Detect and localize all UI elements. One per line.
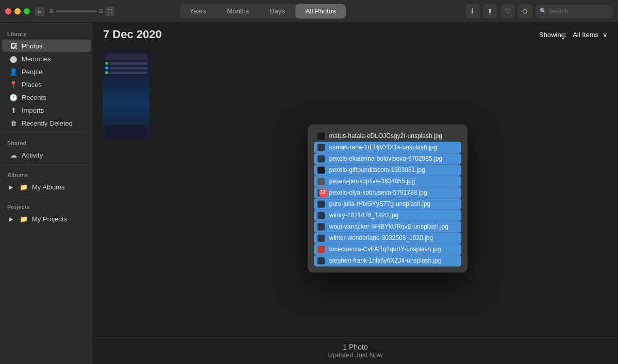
minimize-button[interactable] (14, 8, 21, 14)
tab-years[interactable]: Years (179, 4, 217, 19)
file-picker-item[interactable]: winter-wonderland-3032508_1920.jpg (314, 232, 461, 244)
file-picker-item[interactable]: osman-rana-1rERjVYfX1s-unsplash.jpg (314, 142, 461, 153)
phone-dot-green (105, 62, 108, 65)
showing-value: All Items (573, 31, 598, 39)
file-picker-item[interactable]: pexels-giftpunditscom-1303081.jpg (314, 164, 461, 176)
showing-dropdown[interactable]: Showing: All Items ∨ (539, 31, 608, 39)
file-picker-item[interactable]: pure-julia-tHlxGYyS77g-unsplash.jpg (314, 198, 461, 210)
file-icon (317, 200, 325, 208)
phone-list-item (105, 71, 147, 74)
info-button[interactable]: ℹ (465, 4, 480, 19)
file-icon-image (318, 246, 325, 253)
sidebar: Library 🖼 Photos ⬤ Memories 👤 People 📍 P… (0, 23, 93, 364)
window-controls: ⊟ (35, 7, 44, 16)
people-icon: 👤 (9, 67, 18, 76)
sidebar-item-label: Activity (22, 151, 43, 159)
tab-all-photos[interactable]: All Photos (295, 4, 346, 19)
close-button[interactable] (5, 8, 11, 14)
file-picker-item[interactable]: pexels-ekaterina-bolovtsova-5702985.jpg (314, 153, 461, 164)
phone-list-item (105, 66, 147, 70)
file-name: pexels-ekaterina-bolovtsova-5702985.jpg (329, 155, 442, 162)
file-icon (317, 143, 325, 151)
main-area: Library 🖼 Photos ⬤ Memories 👤 People 📍 P… (0, 23, 618, 364)
sidebar-item-label: People (22, 68, 42, 76)
content-area: 7 Dec 2020 Showing: All Items ∨ (93, 23, 618, 364)
sidebar-item-label: Places (22, 81, 42, 89)
title-bar: ⊟ ⊞ ⊟ ⛶ Years Months Days All Photos ℹ ⬆… (0, 0, 618, 23)
photo-thumbnail[interactable] (103, 49, 149, 140)
shared-section-label: Shared (0, 136, 93, 148)
content-date: 7 Dec 2020 (103, 28, 162, 41)
footer-status: 1 Photo Updated Just Now (93, 337, 618, 364)
badge: 12 (319, 188, 328, 197)
file-icon: 12 (317, 188, 325, 197)
fullscreen-button[interactable]: ⛶ (105, 7, 114, 16)
memories-icon: ⬤ (9, 55, 18, 63)
sidebar-toggle-button[interactable]: ⊟ (35, 7, 44, 16)
file-name: pure-julia-tHlxGYyS77g-unsplash.jpg (329, 200, 431, 207)
projects-icon: 📁 (20, 215, 28, 223)
file-icon (317, 234, 325, 242)
file-picker-item[interactable]: matus-hatala-eDLOJCsgy2I-unsplash.jpg (314, 130, 461, 142)
file-icon-image (318, 144, 325, 151)
expand-arrow-icon: ▶ (9, 216, 13, 222)
places-icon: 📍 (9, 80, 18, 89)
sidebar-divider (5, 132, 88, 133)
zoom-slider-area: ⊞ ⊟ ⛶ (49, 7, 114, 16)
sidebar-item-activity[interactable]: ☁ Activity (2, 149, 91, 161)
file-picker-item[interactable]: pexels-jan-kopfiva-3634855.jpg (314, 176, 461, 187)
file-name: wout-vanacker-l4HBYkURqvE-unsplash.jpg (329, 223, 448, 230)
sidebar-item-my-albums[interactable]: ▶ 📁 My Albums (2, 181, 91, 193)
search-box[interactable]: 🔍 Search (536, 5, 613, 18)
trash-icon: 🗑 (9, 119, 18, 127)
file-icon-image (318, 155, 325, 162)
file-icon (317, 256, 325, 265)
share-button[interactable]: ⬆ (483, 4, 497, 19)
tab-days[interactable]: Days (259, 4, 295, 19)
updated-text: Updated Just Now (98, 351, 613, 359)
sidebar-item-recents[interactable]: 🕐 Recents (2, 91, 91, 103)
sidebar-item-photos[interactable]: 🖼 Photos (2, 40, 91, 52)
badge-container: 12 (318, 189, 325, 196)
file-icon (317, 132, 325, 140)
sidebar-item-memories[interactable]: ⬤ Memories (2, 53, 91, 65)
phone-list-item (105, 62, 147, 65)
photos-icon: 🖼 (9, 42, 18, 50)
file-name: pexels-jan-kopfiva-3634855.jpg (329, 178, 415, 185)
file-icon (317, 222, 325, 231)
maximize-button[interactable] (24, 8, 30, 14)
file-name: wintry-1011476_1920.jpg (329, 212, 399, 219)
recents-icon: 🕐 (9, 93, 18, 101)
sidebar-item-imports[interactable]: ⬆ Imports (2, 104, 91, 116)
file-icon-image (318, 200, 325, 207)
file-name: winter-wonderland-3032508_1920.jpg (329, 234, 433, 241)
albums-icon: 📁 (20, 183, 28, 191)
sidebar-item-people[interactable]: 👤 People (2, 65, 91, 78)
file-icon-image (318, 166, 325, 174)
photo-count: 1 Photo (98, 343, 613, 351)
heart-button[interactable]: ♡ (500, 4, 515, 19)
traffic-lights (5, 8, 30, 14)
sidebar-item-my-projects[interactable]: ▶ 📁 My Projects (2, 213, 91, 225)
sidebar-item-recently-deleted[interactable]: 🗑 Recently Deleted (2, 117, 91, 129)
sidebar-item-places[interactable]: 📍 Places (2, 78, 91, 91)
sidebar-item-label: Imports (22, 107, 44, 114)
file-icon-image (318, 257, 325, 264)
search-placeholder: Search (549, 8, 569, 15)
file-picker-item[interactable]: stephen-frank-1nls6y6XZJ4-unsplash.jpg (314, 255, 461, 266)
sidebar-item-label: Memories (22, 55, 51, 63)
more-button[interactable]: ⊙ (518, 4, 532, 19)
zoom-slider[interactable] (56, 10, 97, 12)
phone-line (110, 67, 147, 70)
chevron-down-icon: ∨ (603, 31, 608, 39)
view-tabs: Years Months Days All Photos (179, 4, 346, 19)
file-icon-image (318, 178, 325, 185)
file-icon (317, 177, 325, 185)
file-picker-item[interactable]: toni-cuenca-CvFARq2quBY-unsplash.jpg (314, 244, 461, 255)
file-picker-item[interactable]: wout-vanacker-l4HBYkURqvE-unsplash.jpg (314, 221, 461, 232)
tab-months[interactable]: Months (217, 4, 260, 19)
phone-screen-preview (103, 49, 149, 140)
file-picker-item[interactable]: 12 pexels-olya-kobruseva-5791788.jpg (314, 187, 461, 198)
file-picker-item[interactable]: wintry-1011476_1920.jpg (314, 210, 461, 221)
file-icon (317, 211, 325, 219)
